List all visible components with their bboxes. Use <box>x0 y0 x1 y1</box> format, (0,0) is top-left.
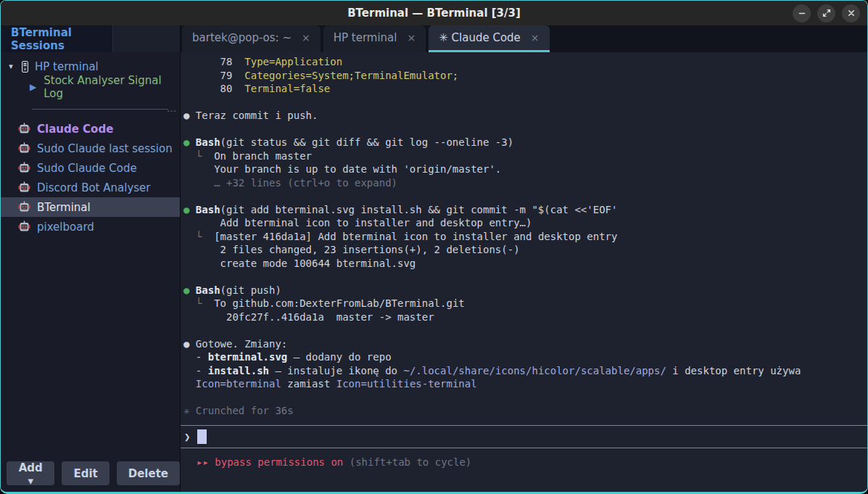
sidebar-divider: … <box>32 109 168 118</box>
session-item-sudo-claude-code[interactable]: Sudo Claude Code <box>1 158 180 178</box>
terminal-line: 80 Terminal=false <box>183 82 867 96</box>
tab-close-icon[interactable]: × <box>302 32 310 44</box>
tab-close-icon[interactable]: × <box>407 32 416 44</box>
terminal-line: - bterminal.svg — dodany do repo <box>183 350 867 364</box>
maximize-icon <box>822 9 831 17</box>
terminal-line: ✳ Crunched for 36s <box>183 404 867 418</box>
sidebar-header-tab: BTerminal Sessions <box>1 25 113 52</box>
session-item-claude-code[interactable]: Claude Code <box>1 119 180 139</box>
prompt-input[interactable]: ❯ <box>181 425 867 448</box>
tab-bar: bartek@pop-os: ~×HP terminal×✳ Claude Co… <box>181 25 867 52</box>
sidebar-title: BTerminal Sessions <box>11 26 112 52</box>
edit-button[interactable]: Edit <box>62 461 109 485</box>
tree-child-label[interactable]: Stock Analyser Signal Log <box>44 74 180 100</box>
play-icon: ▶ <box>30 82 36 92</box>
session-item-label[interactable]: BTerminal <box>37 201 91 214</box>
terminal-line: └ To github.com:DexterFromLab/BTerminal.… <box>183 297 867 310</box>
terminal-line <box>183 123 867 136</box>
tab-hp-terminal[interactable]: HP terminal× <box>323 25 426 52</box>
terminal-line: └ [master 416da1a] Add bterminal icon to… <box>183 230 867 244</box>
window-controls <box>793 1 860 25</box>
sessions-sidebar: BTerminal Sessions ▾ HP terminal ▶ <box>1 25 181 492</box>
terminal-line: 2 files changed, 23 insertions(+), 2 del… <box>183 243 867 257</box>
robot-icon <box>18 142 30 155</box>
terminal-line: ● Bash(git add bterminal.svg install.sh … <box>183 203 867 217</box>
session-item-sudo-claude-last-session[interactable]: Sudo Claude last session <box>1 139 180 158</box>
terminal-line <box>183 391 867 405</box>
divider-ellipsis: … <box>167 103 177 114</box>
robot-icon <box>18 201 30 213</box>
robot-icon <box>18 181 30 194</box>
terminal-line: … +32 lines (ctrl+o to expand) <box>183 176 867 190</box>
terminal-line: ● Teraz commit i push. <box>183 109 867 123</box>
terminal-line <box>183 96 867 110</box>
tab-close-icon[interactable]: × <box>531 32 540 44</box>
terminal-line <box>183 189 867 203</box>
session-tree: ▾ HP terminal ▶ Stock Analyser Signal Lo… <box>1 52 180 461</box>
terminal-line: Your branch is up to date with 'origin/m… <box>183 162 867 176</box>
sidebar-buttons: Add ▾EditDelete <box>1 461 180 492</box>
terminal-output[interactable]: 78 Type=Application 79 Categories=System… <box>181 52 867 425</box>
tree-child-stock-analyser[interactable]: ▶ Stock Analyser Signal Log <box>1 76 180 98</box>
tree-group-label[interactable]: HP terminal <box>35 60 99 73</box>
sidebar-header: BTerminal Sessions <box>1 25 180 52</box>
main-area: BTerminal Sessions ▾ HP terminal ▶ <box>1 25 867 492</box>
app-window: BTerminal — BTerminal [3/3] BTerminal Se… <box>0 0 868 494</box>
tab-label[interactable]: bartek@pop-os: ~ <box>192 31 292 44</box>
terminal-line: └ On branch master <box>183 149 867 163</box>
terminal-line <box>183 270 867 284</box>
title-bar: BTerminal — BTerminal [3/3] <box>1 1 867 25</box>
prompt-chevron: ❯ <box>184 431 190 442</box>
tab--claude-code[interactable]: ✳ Claude Code× <box>429 25 549 52</box>
add-button[interactable]: Add ▾ <box>7 461 54 485</box>
session-item-label[interactable]: Claude Code <box>37 123 113 136</box>
session-item-bterminal[interactable]: BTerminal <box>1 197 180 217</box>
maximize-button[interactable] <box>817 4 835 22</box>
terminal-line <box>183 324 867 337</box>
session-item-label[interactable]: pixelboard <box>37 221 94 234</box>
terminal-line: 79 Categories=System;TerminalEmulator; <box>183 69 867 83</box>
close-icon <box>847 9 856 17</box>
session-item-label[interactable]: Sudo Claude last session <box>37 142 173 155</box>
terminal-line: 78 Type=Application <box>183 55 867 69</box>
robot-icon <box>18 221 30 233</box>
terminal-line: - install.sh — instaluje ikonę do ~/.loc… <box>183 364 867 378</box>
terminal-line: ● Bash(git push) <box>183 284 867 297</box>
terminal-line: 20fc27f..416da1a master -> master <box>183 310 867 324</box>
tree-group-hp-terminal[interactable]: ▾ HP terminal <box>1 57 180 76</box>
minimize-icon <box>798 9 806 17</box>
session-item-label[interactable]: Discord Bot Analyser <box>37 181 150 194</box>
terminal-line: Icon=bterminal zamiast Icon=utilities-te… <box>183 377 867 391</box>
terminal-pane: bartek@pop-os: ~×HP terminal×✳ Claude Co… <box>181 25 867 492</box>
caret-down-icon[interactable]: ▾ <box>7 62 15 71</box>
permissions-status-line: ▸▸ bypass permissions on (shift+tab to c… <box>181 448 867 492</box>
tab-label[interactable]: HP terminal <box>334 31 397 44</box>
delete-button[interactable]: Delete <box>117 461 180 485</box>
text-cursor <box>197 429 207 444</box>
session-item-label[interactable]: Sudo Claude Code <box>37 162 137 175</box>
robot-icon <box>18 162 30 174</box>
terminal-line: ● Bash(git status && git diff && git log… <box>183 136 867 149</box>
robot-icon <box>18 123 30 135</box>
minimize-button[interactable] <box>793 4 811 22</box>
tab-bartek-pop-os-[interactable]: bartek@pop-os: ~× <box>182 25 321 52</box>
terminal-line: ● Gotowe. Zmiany: <box>183 337 867 351</box>
tab-label[interactable]: ✳ Claude Code <box>439 31 521 44</box>
computer-tower-icon <box>20 61 30 73</box>
session-list: Claude CodeSudo Claude last sessionSudo … <box>1 119 180 236</box>
window-title: BTerminal — BTerminal [3/3] <box>347 7 521 20</box>
terminal-line: create mode 100644 bterminal.svg <box>183 257 867 271</box>
session-item-discord-bot-analyser[interactable]: Discord Bot Analyser <box>1 178 180 197</box>
terminal-line: Add bterminal icon to installer and desk… <box>183 216 867 230</box>
session-item-pixelboard[interactable]: pixelboard <box>1 217 180 236</box>
close-button[interactable] <box>842 4 860 22</box>
